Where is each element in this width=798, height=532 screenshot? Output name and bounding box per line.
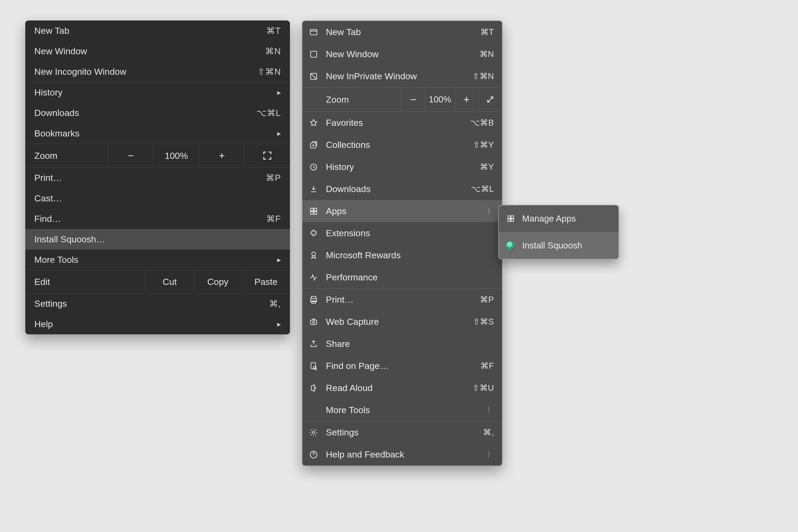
menu-item-settings[interactable]: Settings ⌘, xyxy=(302,421,502,443)
menu-item-new-window[interactable]: New Window ⌘N xyxy=(302,43,502,65)
chevron-right-icon: ▸ xyxy=(277,320,281,328)
menu-item-extensions[interactable]: Extensions xyxy=(302,222,502,244)
label: Help xyxy=(34,319,277,329)
copy-button[interactable]: Copy xyxy=(194,270,242,293)
menu-item-new-window[interactable]: New Window ⌘N xyxy=(25,41,290,61)
chevron-right-icon: ▸ xyxy=(277,255,281,264)
shortcut: ⌘T xyxy=(480,27,494,37)
menu-item-print[interactable]: Print… ⌘P xyxy=(302,289,502,311)
label: Extensions xyxy=(326,228,494,238)
fullscreen-button[interactable] xyxy=(244,144,290,167)
menu-item-apps[interactable]: Apps 〉 xyxy=(302,200,502,222)
shortcut: ⌘F xyxy=(480,361,494,371)
menu-item-more-tools[interactable]: More Tools 〉 xyxy=(302,399,502,421)
cut-button[interactable]: Cut xyxy=(146,270,194,293)
chevron-right-icon: 〉 xyxy=(487,206,494,216)
label: Install Squoosh… xyxy=(34,234,281,244)
zoom-out-button[interactable]: − xyxy=(108,144,153,167)
print-icon xyxy=(307,295,320,304)
menu-item-more-tools[interactable]: More Tools ▸ xyxy=(25,249,290,270)
zoom-in-button[interactable]: + xyxy=(199,144,244,167)
chrome-menu: New Tab ⌘T New Window ⌘N New Incognito W… xyxy=(25,20,290,334)
menu-item-settings[interactable]: Settings ⌘, xyxy=(25,293,290,314)
apps-icon xyxy=(505,214,516,223)
svg-rect-13 xyxy=(311,320,317,324)
menu-item-downloads[interactable]: Downloads ⌥⌘L xyxy=(25,103,290,123)
svg-rect-8 xyxy=(314,211,317,214)
label: Cast… xyxy=(34,193,281,204)
label: Performance xyxy=(326,272,494,283)
paste-button[interactable]: Paste xyxy=(242,270,290,293)
inprivate-icon xyxy=(307,72,320,81)
menu-item-cast[interactable]: Cast… xyxy=(25,188,290,209)
svg-rect-6 xyxy=(314,208,317,211)
submenu-item-manage-apps[interactable]: Manage Apps xyxy=(499,205,619,232)
shortcut: ⌘N xyxy=(480,49,494,59)
menu-item-rewards[interactable]: Microsoft Rewards xyxy=(302,244,502,266)
menu-item-history[interactable]: History ▸ xyxy=(25,82,290,103)
menu-item-share[interactable]: Share xyxy=(302,333,502,355)
fullscreen-icon xyxy=(486,95,495,104)
menu-item-install-squoosh[interactable]: Install Squoosh… xyxy=(25,229,290,249)
zoom-value: 100% xyxy=(425,88,455,111)
svg-rect-1 xyxy=(311,51,317,57)
menu-item-print[interactable]: Print… ⌘P xyxy=(25,168,290,188)
label: More Tools xyxy=(34,254,277,265)
menu-item-find[interactable]: Find… ⌘F xyxy=(25,209,290,229)
label: New InPrivate Window xyxy=(326,71,467,81)
zoom-label: Zoom xyxy=(25,144,108,167)
svg-rect-22 xyxy=(511,219,513,221)
menu-item-bookmarks[interactable]: Bookmarks ▸ xyxy=(25,123,290,144)
label: Install Squoosh xyxy=(522,241,582,251)
label: Share xyxy=(326,339,494,349)
menu-item-new-tab[interactable]: New Tab ⌘T xyxy=(302,21,502,43)
svg-point-14 xyxy=(312,321,315,323)
svg-rect-12 xyxy=(312,301,316,303)
zoom-out-button[interactable]: − xyxy=(401,88,425,111)
label: Find… xyxy=(34,214,266,224)
menu-item-help[interactable]: Help ▸ xyxy=(25,314,290,334)
collections-icon xyxy=(307,140,320,150)
shortcut: ⌘P xyxy=(480,295,494,305)
menu-item-downloads[interactable]: Downloads ⌥⌘L xyxy=(302,178,502,200)
zoom-controls: − 100% + xyxy=(401,88,502,111)
shortcut: ⌥⌘B xyxy=(470,118,494,128)
help-icon xyxy=(307,450,320,459)
zoom-value: 100% xyxy=(153,144,199,167)
label: History xyxy=(34,87,277,98)
label: Read Aloud xyxy=(326,383,467,393)
menu-item-collections[interactable]: Collections ⇧⌘Y xyxy=(302,134,502,156)
menu-item-performance[interactable]: Performance xyxy=(302,266,502,288)
submenu-item-install-squoosh[interactable]: Install Squoosh xyxy=(499,232,619,259)
menu-item-read-aloud[interactable]: Read Aloud ⇧⌘U xyxy=(302,377,502,399)
new-tab-icon xyxy=(307,28,320,37)
shortcut: ⌥⌘L xyxy=(256,108,281,118)
zoom-in-button[interactable]: + xyxy=(455,88,478,111)
extensions-icon xyxy=(307,229,320,238)
menu-item-find-on-page[interactable]: Find on Page… ⌘F xyxy=(302,355,502,377)
shortcut: ⇧⌘U xyxy=(472,383,494,393)
menu-item-new-tab[interactable]: New Tab ⌘T xyxy=(25,20,290,41)
label: Help and Feedback xyxy=(326,449,481,460)
label: Manage Apps xyxy=(522,214,576,224)
svg-rect-19 xyxy=(508,216,510,218)
menu-item-history[interactable]: History ⌘Y xyxy=(302,156,502,178)
svg-point-9 xyxy=(312,252,316,255)
menu-item-help-feedback[interactable]: Help and Feedback 〉 xyxy=(302,443,502,466)
chevron-right-icon: ▸ xyxy=(277,88,281,97)
label: Apps xyxy=(326,206,481,216)
svg-rect-5 xyxy=(311,208,314,211)
chevron-right-icon: ▸ xyxy=(277,129,281,138)
menu-item-new-inprivate[interactable]: New InPrivate Window ⇧⌘N xyxy=(302,65,502,87)
svg-rect-10 xyxy=(311,296,316,299)
edge-menu: New Tab ⌘T New Window ⌘N New InPrivate W… xyxy=(302,20,502,466)
menu-item-new-incognito[interactable]: New Incognito Window ⇧⌘N xyxy=(25,61,290,82)
menu-item-web-capture[interactable]: Web Capture ⇧⌘S xyxy=(302,311,502,333)
label: Settings xyxy=(34,299,269,309)
label: Downloads xyxy=(326,184,465,194)
label: Collections xyxy=(326,140,467,150)
fullscreen-button[interactable] xyxy=(478,88,502,111)
label: Microsoft Rewards xyxy=(326,250,494,261)
label: New Window xyxy=(326,49,474,59)
menu-item-favorites[interactable]: Favorites ⌥⌘B xyxy=(302,112,502,134)
